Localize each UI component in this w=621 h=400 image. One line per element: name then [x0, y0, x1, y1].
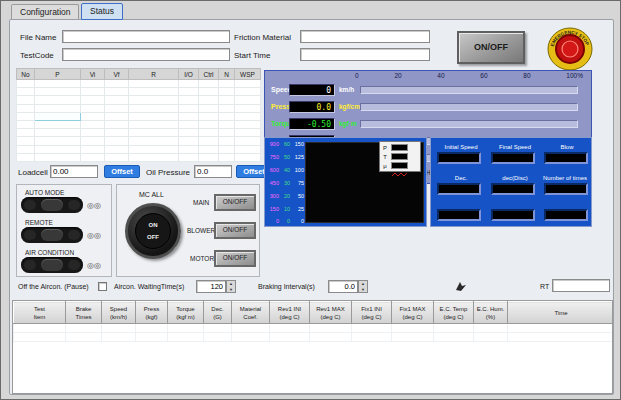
schedule-cell[interactable] [129, 88, 179, 96]
remote-toggle[interactable] [21, 227, 83, 243]
schedule-cell[interactable] [105, 88, 129, 96]
schedule-cell[interactable] [179, 120, 199, 128]
schedule-cell[interactable] [219, 145, 235, 153]
loadcell-value-input[interactable] [50, 165, 98, 178]
schedule-cell[interactable] [129, 112, 179, 120]
schedule-cell[interactable] [105, 112, 129, 120]
schedule-cell[interactable] [199, 104, 219, 112]
schedule-cell[interactable] [129, 153, 179, 161]
schedule-cell[interactable] [105, 153, 129, 161]
schedule-cell[interactable] [199, 120, 219, 128]
schedule-cell[interactable] [199, 80, 219, 88]
schedule-cell[interactable] [179, 129, 199, 137]
schedule-cell[interactable] [105, 145, 129, 153]
col-material-coef[interactable]: MaterialCoef. [232, 302, 270, 324]
schedule-cell[interactable] [17, 153, 35, 161]
schedule-cell[interactable] [81, 104, 105, 112]
schedule-cell[interactable] [219, 96, 235, 104]
tab-status[interactable]: Status [81, 3, 123, 20]
col-test-item[interactable]: TestItem [14, 302, 66, 324]
schedule-cell[interactable] [35, 129, 81, 137]
braking-interval-spinner[interactable]: ▲▼ [358, 280, 368, 293]
schedule-cell[interactable] [179, 153, 199, 161]
schedule-cell[interactable] [199, 96, 219, 104]
col-ec-hum[interactable]: E.C. Hum.(%) [474, 302, 508, 324]
schedule-cell[interactable] [235, 137, 261, 145]
loadcell-offset-button[interactable]: Offset [104, 165, 140, 178]
schedule-cell[interactable] [81, 129, 105, 137]
schedule-cell[interactable] [81, 88, 105, 96]
col-speed[interactable]: Speed(km/h) [102, 302, 136, 324]
schedule-cell[interactable] [81, 145, 105, 153]
main-onoff-button[interactable]: ON/OFF [457, 31, 525, 64]
schedule-cell[interactable] [179, 88, 199, 96]
schedule-cell[interactable] [179, 145, 199, 153]
schedule-cell[interactable] [235, 80, 261, 88]
schedule-cell[interactable] [105, 96, 129, 104]
col-dec[interactable]: Dec.(G) [204, 302, 232, 324]
schedule-cell[interactable] [219, 153, 235, 161]
col-ec-temp[interactable]: E.C. Temp(deg C) [434, 302, 474, 324]
col-time[interactable]: Time [508, 302, 614, 324]
col-rev1-ini[interactable]: Rev1 INI(deg C) [270, 302, 310, 324]
schedule-cell[interactable] [179, 96, 199, 104]
schedule-cell[interactable] [35, 80, 81, 88]
aircon-waiting-spinner[interactable]: ▲▼ [226, 280, 236, 293]
emergency-stop-button[interactable]: EMERGENCY STOP [546, 26, 594, 72]
schedule-cell[interactable] [17, 112, 35, 120]
schedule-cell[interactable] [219, 80, 235, 88]
col-press[interactable]: Press(kgf) [136, 302, 168, 324]
col-rev1-max[interactable]: Rev1 MAX(deg C) [310, 302, 352, 324]
rt-input[interactable] [552, 279, 610, 292]
schedule-cell[interactable] [235, 129, 261, 137]
oil-pressure-value-input[interactable] [194, 165, 232, 178]
schedule-cell[interactable] [199, 88, 219, 96]
schedule-cell[interactable] [105, 137, 129, 145]
braking-interval-input[interactable] [328, 280, 358, 293]
schedule-cell[interactable] [219, 129, 235, 137]
schedule-cell[interactable] [81, 120, 105, 128]
schedule-cell[interactable] [235, 112, 261, 120]
schedule-cell[interactable] [105, 120, 129, 128]
col-torque[interactable]: Torque(kgf m) [168, 302, 204, 324]
schedule-cell[interactable] [235, 120, 261, 128]
schedule-cell[interactable] [235, 153, 261, 161]
schedule-cell[interactable] [219, 104, 235, 112]
schedule-cell[interactable] [179, 80, 199, 88]
schedule-cell[interactable] [219, 112, 235, 120]
schedule-cell[interactable] [35, 137, 81, 145]
schedule-cell[interactable] [219, 88, 235, 96]
schedule-cell[interactable] [235, 104, 261, 112]
aircon-waiting-input[interactable] [196, 280, 226, 293]
schedule-cell[interactable] [129, 80, 179, 88]
schedule-cell[interactable] [81, 153, 105, 161]
schedule-cell[interactable] [35, 96, 81, 104]
air-condition-toggle[interactable] [21, 257, 83, 273]
schedule-cell[interactable] [35, 112, 81, 120]
file-name-input[interactable] [62, 30, 230, 43]
schedule-cell[interactable] [81, 137, 105, 145]
schedule-cell[interactable] [219, 137, 235, 145]
schedule-cell[interactable] [81, 112, 105, 120]
schedule-cell[interactable] [35, 120, 81, 128]
schedule-cell[interactable] [219, 120, 235, 128]
auto-mode-toggle[interactable] [21, 197, 83, 213]
schedule-cell[interactable] [129, 104, 179, 112]
schedule-cell[interactable] [235, 96, 261, 104]
schedule-cell[interactable] [17, 88, 35, 96]
tab-configuration[interactable]: Configuration [11, 4, 79, 20]
friction-material-input[interactable] [300, 30, 430, 43]
schedule-cell[interactable] [129, 120, 179, 128]
schedule-cell[interactable] [129, 96, 179, 104]
mc-all-knob[interactable]: ON OFF [125, 203, 181, 259]
start-time-input[interactable] [300, 48, 430, 61]
col-brake-times[interactable]: BrakeTimes [66, 302, 102, 324]
schedule-cell[interactable] [199, 129, 219, 137]
aircon-pause-checkbox[interactable] [98, 282, 107, 291]
schedule-cell[interactable] [199, 145, 219, 153]
schedule-cell[interactable] [105, 104, 129, 112]
schedule-cell[interactable] [17, 129, 35, 137]
schedule-cell[interactable] [199, 112, 219, 120]
schedule-cell[interactable] [81, 96, 105, 104]
schedule-cell[interactable] [35, 153, 81, 161]
